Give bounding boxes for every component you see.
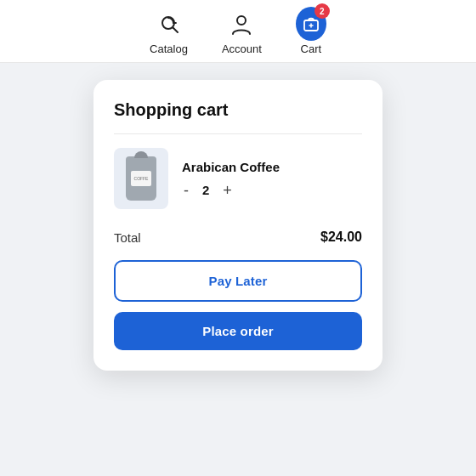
svg-point-2 [237,16,246,25]
nav-item-cart[interactable]: 2 Cart [296,8,326,55]
total-value: $24.00 [320,230,362,245]
pay-later-button[interactable]: Pay Later [114,260,362,302]
account-icon [226,8,257,39]
cart-icon-wrapper: 2 [296,8,326,39]
svg-line-1 [173,28,178,33]
cart-label: Cart [301,42,322,55]
coffee-bag-shape: COFFE [126,156,156,201]
quantity-value: 2 [202,183,209,197]
quantity-increase-button[interactable]: + [221,183,234,198]
place-order-button[interactable]: Place order [114,312,362,350]
coffee-bag-label-text: COFFE [134,176,149,181]
quantity-decrease-button[interactable]: - [182,183,190,198]
product-info: Arabican Coffee - 2 + [182,160,362,198]
quantity-control: - 2 + [182,183,362,198]
nav-bar: Catalog Account 2 Cart [0,0,476,63]
account-label: Account [222,42,262,55]
catalog-icon [154,8,184,39]
product-image: COFFE [114,148,168,209]
nav-item-catalog[interactable]: Catalog [150,8,188,55]
cart-badge: 2 [314,3,330,19]
catalog-label: Catalog [150,42,188,55]
cart-title: Shopping cart [114,100,362,120]
cart-divider [114,133,362,134]
cart-card: Shopping cart COFFE Arabican Coffee - 2 … [94,80,382,371]
cart-icon-bg: 2 [296,7,326,41]
total-label: Total [114,230,141,245]
coffee-bag-label: COFFE [131,171,151,186]
total-row: Total $24.00 [114,226,362,245]
product-name: Arabican Coffee [182,160,362,174]
main-area: Shopping cart COFFE Arabican Coffee - 2 … [0,63,476,476]
nav-item-account[interactable]: Account [222,8,262,55]
product-row: COFFE Arabican Coffee - 2 + [114,148,362,209]
